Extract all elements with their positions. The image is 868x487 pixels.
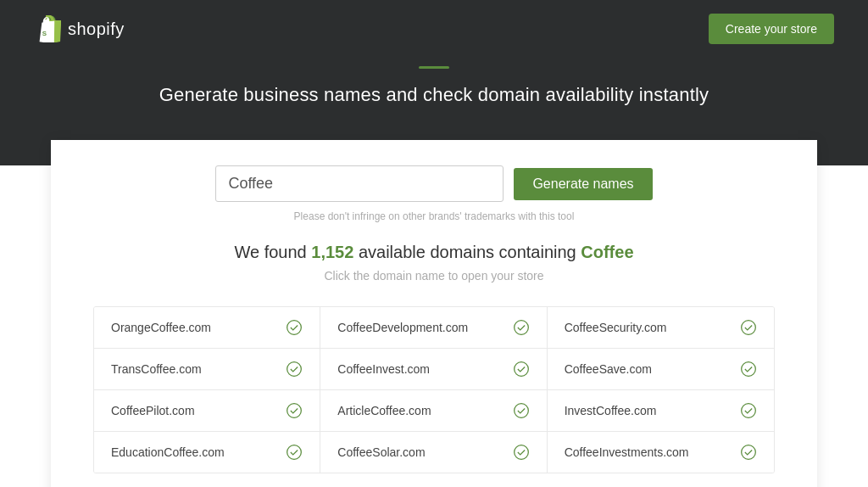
domain-item[interactable]: CoffeeSolar.com bbox=[320, 432, 547, 473]
create-store-button[interactable]: Create your store bbox=[709, 14, 834, 44]
domain-name: OrangeCoffee.com bbox=[111, 321, 211, 334]
svg-point-12 bbox=[742, 445, 756, 460]
logo-text: shopify bbox=[68, 20, 125, 39]
available-check-icon bbox=[740, 444, 757, 461]
shopify-logo-icon: S bbox=[34, 15, 61, 42]
domain-name: CoffeeSecurity.com bbox=[565, 321, 667, 334]
results-middle: available domains containing bbox=[353, 243, 581, 261]
search-row: Generate names bbox=[93, 165, 775, 202]
domain-item[interactable]: EducationCoffee.com bbox=[94, 432, 320, 473]
domain-name: CoffeeInvestments.com bbox=[565, 445, 689, 459]
green-divider bbox=[419, 66, 449, 69]
domain-name: ArticleCoffee.com bbox=[337, 404, 431, 417]
svg-point-6 bbox=[742, 362, 756, 377]
domain-name: TransCoffee.com bbox=[111, 362, 202, 376]
domain-item[interactable]: TransCoffee.com bbox=[94, 349, 320, 390]
navbar: S shopify Create your store bbox=[34, 0, 834, 58]
results-count: 1,152 bbox=[311, 243, 353, 261]
domain-item[interactable]: ArticleCoffee.com bbox=[320, 390, 547, 432]
main-content-wrapper: Generate names Please don't infringe on … bbox=[0, 140, 868, 487]
svg-point-8 bbox=[514, 404, 528, 418]
domain-name: CoffeeSolar.com bbox=[337, 445, 425, 459]
domain-name: CoffeePilot.com bbox=[111, 404, 195, 417]
results-subtext: Click the domain name to open your store bbox=[93, 269, 775, 283]
domain-grid: OrangeCoffee.comCoffeeDevelopment.comCof… bbox=[93, 306, 775, 473]
domain-item[interactable]: CoffeeInvest.com bbox=[320, 349, 547, 390]
logo-area: S shopify bbox=[34, 15, 125, 42]
svg-point-7 bbox=[287, 404, 302, 418]
results-prefix: We found bbox=[234, 243, 311, 261]
disclaimer-text: Please don't infringe on other brands' t… bbox=[93, 210, 775, 222]
available-check-icon bbox=[740, 319, 757, 336]
domain-name: CoffeeInvest.com bbox=[337, 362, 430, 376]
tagline-text: Generate business names and check domain… bbox=[34, 84, 834, 106]
domain-name: InvestCoffee.com bbox=[565, 404, 657, 417]
domain-item[interactable]: CoffeeDevelopment.com bbox=[320, 307, 547, 349]
results-heading: We found 1,152 available domains contain… bbox=[93, 243, 775, 262]
domain-item[interactable]: InvestCoffee.com bbox=[548, 390, 774, 432]
available-check-icon bbox=[513, 444, 530, 461]
domain-name: CoffeeSave.com bbox=[565, 362, 652, 376]
domain-name: EducationCoffee.com bbox=[111, 445, 225, 459]
svg-point-2 bbox=[514, 321, 528, 335]
search-input[interactable] bbox=[215, 165, 504, 202]
available-check-icon bbox=[740, 361, 757, 378]
svg-point-10 bbox=[287, 445, 302, 460]
domain-item[interactable]: CoffeeSave.com bbox=[548, 349, 774, 390]
available-check-icon bbox=[286, 402, 303, 419]
available-check-icon bbox=[740, 402, 757, 419]
domain-item[interactable]: CoffeeInvestments.com bbox=[548, 432, 774, 473]
domain-item[interactable]: CoffeePilot.com bbox=[94, 390, 320, 432]
generate-names-button[interactable]: Generate names bbox=[514, 168, 652, 200]
available-check-icon bbox=[513, 361, 530, 378]
results-keyword: Coffee bbox=[581, 243, 633, 261]
svg-point-9 bbox=[742, 404, 756, 418]
svg-point-5 bbox=[514, 362, 528, 377]
svg-point-4 bbox=[287, 362, 302, 377]
domain-item[interactable]: OrangeCoffee.com bbox=[94, 307, 320, 349]
available-check-icon bbox=[286, 444, 303, 461]
available-check-icon bbox=[513, 402, 530, 419]
tagline-container: Generate business names and check domain… bbox=[34, 58, 834, 123]
svg-point-3 bbox=[742, 321, 756, 335]
available-check-icon bbox=[286, 319, 303, 336]
svg-text:S: S bbox=[42, 30, 47, 37]
available-check-icon bbox=[286, 361, 303, 378]
domain-name: CoffeeDevelopment.com bbox=[337, 321, 468, 334]
domain-item[interactable]: CoffeeSecurity.com bbox=[548, 307, 774, 349]
svg-point-11 bbox=[514, 445, 528, 460]
svg-point-1 bbox=[287, 321, 302, 335]
available-check-icon bbox=[513, 319, 530, 336]
search-card: Generate names Please don't infringe on … bbox=[51, 140, 817, 487]
